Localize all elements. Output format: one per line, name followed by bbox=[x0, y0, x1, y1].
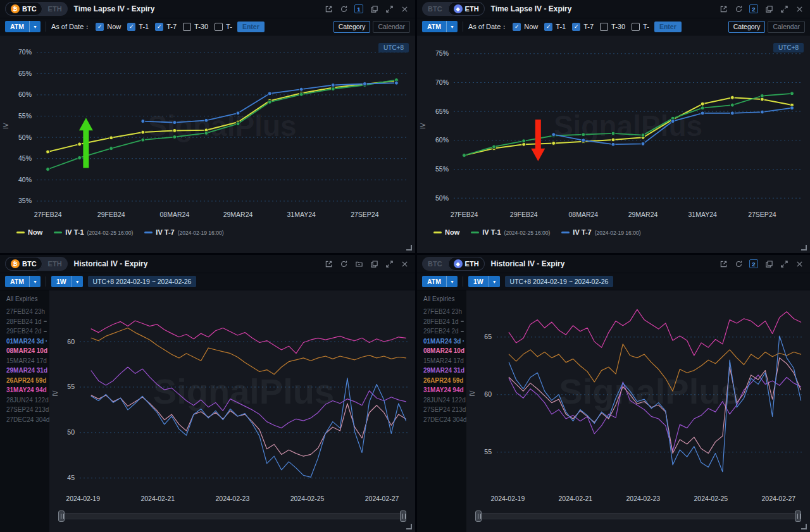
checkbox-checked-icon[interactable]: ✓ bbox=[96, 23, 104, 31]
data-point[interactable] bbox=[552, 141, 556, 145]
data-point[interactable] bbox=[582, 139, 585, 142]
slider-track[interactable] bbox=[58, 513, 406, 519]
expiry-list-item[interactable]: 29MAR24 31d bbox=[6, 366, 47, 376]
data-point[interactable] bbox=[109, 136, 113, 140]
checkbox-unchecked-icon[interactable] bbox=[600, 23, 608, 31]
category-view-button[interactable]: Category bbox=[728, 21, 766, 33]
data-point[interactable] bbox=[641, 142, 645, 145]
strike-select[interactable]: ATM ▼ bbox=[5, 21, 40, 32]
checkbox-t-30[interactable]: T-30 bbox=[183, 23, 208, 31]
open-external-icon[interactable] bbox=[324, 4, 333, 13]
open-external-icon[interactable] bbox=[719, 259, 728, 268]
resize-handle[interactable] bbox=[801, 245, 807, 251]
expiry-list-item[interactable]: 27FEB24 23h bbox=[6, 307, 47, 317]
data-point[interactable] bbox=[299, 87, 303, 91]
duplicate-icon[interactable] bbox=[764, 259, 773, 268]
data-point[interactable] bbox=[730, 111, 734, 115]
close-icon[interactable] bbox=[400, 4, 409, 13]
calendar-view-button[interactable]: Calendar bbox=[373, 21, 410, 33]
checkbox-checked-icon[interactable]: ✓ bbox=[513, 23, 521, 31]
checkbox-now[interactable]: ✓Now bbox=[513, 23, 538, 31]
window-number-badge[interactable]: 2 bbox=[749, 259, 758, 268]
data-point[interactable] bbox=[790, 106, 794, 110]
custom-days-input[interactable]: Enter bbox=[237, 22, 265, 32]
checkbox-t-[interactable]: T- bbox=[632, 23, 649, 31]
data-point[interactable] bbox=[701, 106, 704, 110]
checkbox-checked-icon[interactable]: ✓ bbox=[572, 23, 580, 31]
expiry-list-item[interactable]: 31MAY24 94d bbox=[423, 385, 464, 395]
expand-icon[interactable] bbox=[780, 259, 788, 268]
data-point[interactable] bbox=[173, 128, 177, 132]
expiry-list-item[interactable]: 29MAR24 31d bbox=[423, 366, 464, 376]
data-point[interactable] bbox=[760, 94, 764, 97]
checkbox-checked-icon[interactable]: ✓ bbox=[155, 23, 163, 31]
data-point[interactable] bbox=[268, 92, 271, 96]
data-point[interactable] bbox=[611, 132, 615, 135]
expiry-list-item[interactable]: 15MAR24 17d bbox=[6, 356, 47, 366]
data-point[interactable] bbox=[204, 131, 208, 135]
slider-handle-right[interactable] bbox=[795, 510, 801, 522]
checkbox-now[interactable]: ✓Now bbox=[96, 23, 121, 31]
expiry-list-item[interactable]: 29FEB24 2d bbox=[423, 326, 464, 337]
strike-select[interactable]: ATM ▼ bbox=[422, 21, 458, 32]
category-view-button[interactable]: Category bbox=[333, 21, 371, 33]
checkbox-checked-icon[interactable]: ✓ bbox=[127, 23, 135, 31]
expiry-list-item[interactable]: 27DEC24 304d bbox=[6, 415, 47, 425]
legend-item[interactable]: IV T-7(2024-02-19 16:00) bbox=[561, 228, 640, 236]
checkbox-t-1[interactable]: ✓T-1 bbox=[127, 23, 149, 31]
period-select[interactable]: 1W ▼ bbox=[468, 276, 500, 287]
data-point[interactable] bbox=[492, 145, 496, 149]
checkbox-unchecked-icon[interactable] bbox=[632, 23, 640, 31]
data-point[interactable] bbox=[236, 111, 240, 115]
checkbox-t-7[interactable]: ✓T-7 bbox=[572, 23, 594, 31]
expiry-list-item[interactable]: 28FEB24 1d bbox=[6, 317, 47, 327]
data-point[interactable] bbox=[760, 110, 764, 114]
data-point[interactable] bbox=[299, 92, 303, 96]
expiry-list-item[interactable]: 26APR24 59d bbox=[6, 376, 47, 386]
folder-icon[interactable] bbox=[354, 259, 363, 268]
data-point[interactable] bbox=[463, 154, 466, 158]
tab-eth[interactable]: ◆ETH bbox=[448, 257, 485, 271]
expiry-list-item[interactable]: 27FEB24 23h bbox=[423, 307, 464, 317]
tab-btc[interactable]: ₿BTC bbox=[5, 257, 42, 271]
close-icon[interactable] bbox=[795, 259, 804, 268]
duplicate-icon[interactable] bbox=[370, 259, 378, 268]
refresh-icon[interactable] bbox=[734, 259, 743, 268]
checkbox-t-[interactable]: T- bbox=[215, 23, 232, 31]
data-point[interactable] bbox=[790, 92, 794, 96]
window-number-badge[interactable]: 2 bbox=[749, 4, 758, 13]
expand-icon[interactable] bbox=[780, 4, 788, 13]
expiry-list-item[interactable]: 01MAR24 3d bbox=[423, 337, 464, 347]
tab-eth[interactable]: ETH bbox=[42, 2, 68, 16]
data-point[interactable] bbox=[173, 135, 177, 139]
slider-handle-right[interactable] bbox=[400, 510, 406, 522]
data-point[interactable] bbox=[730, 96, 734, 99]
expiry-list-item[interactable]: 31MAY24 94d bbox=[6, 385, 47, 395]
expiry-list-item[interactable]: 26APR24 59d bbox=[423, 376, 464, 386]
expiry-list-item[interactable]: 29FEB24 2d bbox=[6, 326, 47, 337]
checkbox-unchecked-icon[interactable] bbox=[215, 23, 223, 31]
expand-icon[interactable] bbox=[385, 259, 394, 268]
data-point[interactable] bbox=[236, 122, 240, 126]
expiry-list-item[interactable]: 27DEC24 304d bbox=[423, 415, 464, 425]
data-point[interactable] bbox=[173, 121, 177, 125]
duplicate-icon[interactable] bbox=[764, 4, 773, 13]
custom-days-input[interactable]: Enter bbox=[654, 22, 682, 32]
data-point[interactable] bbox=[582, 133, 585, 137]
refresh-icon[interactable] bbox=[734, 4, 743, 13]
data-point[interactable] bbox=[363, 82, 366, 85]
close-icon[interactable] bbox=[400, 259, 409, 268]
data-point[interactable] bbox=[701, 111, 704, 115]
expiry-list-item[interactable]: 27SEP24 213d bbox=[423, 405, 464, 415]
slider-handle-left[interactable] bbox=[58, 510, 65, 522]
legend-item[interactable]: Now bbox=[433, 228, 459, 236]
resize-handle[interactable] bbox=[801, 524, 807, 529]
refresh-icon[interactable] bbox=[339, 259, 348, 268]
expiry-list-item[interactable]: 15MAR24 17d bbox=[423, 356, 464, 366]
strike-select[interactable]: ATM ▼ bbox=[422, 276, 458, 287]
data-point[interactable] bbox=[641, 133, 645, 137]
close-icon[interactable] bbox=[795, 4, 804, 13]
open-external-icon[interactable] bbox=[324, 259, 333, 268]
legend-item[interactable]: IV T-1(2024-02-25 16:00) bbox=[54, 228, 133, 236]
data-point[interactable] bbox=[394, 81, 398, 85]
